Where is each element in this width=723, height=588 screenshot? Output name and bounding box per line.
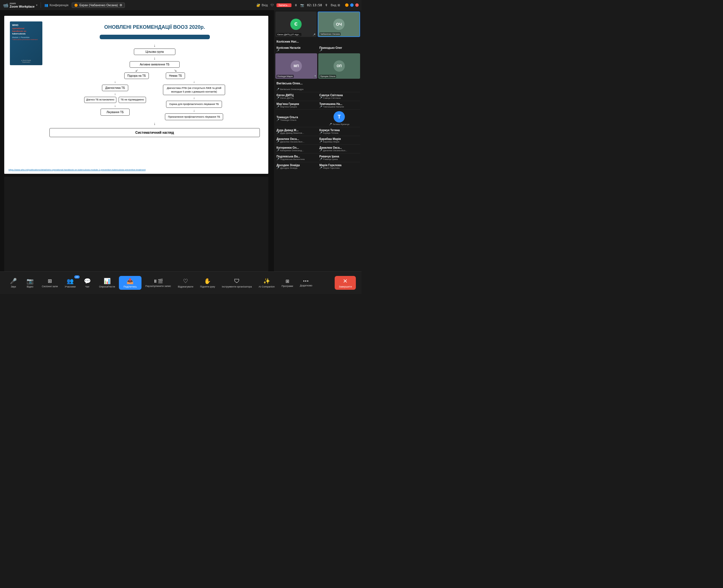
- maryana-name: Мар'яна Грицюк: [277, 102, 316, 106]
- react-icon: ♡: [183, 278, 188, 285]
- share-button[interactable]: 📤 Поділитись: [119, 276, 141, 290]
- ai-companion-icon: ✨: [263, 278, 270, 285]
- view-label[interactable]: Вид ⊞: [331, 3, 340, 7]
- person-prykhodko: Приходько Олег 🎤: [319, 46, 359, 52]
- person-danyluk: Данилюк Окса... 🎤 Данилюк Оксана Вол...: [277, 138, 316, 143]
- bottom-toolbar: 🎤 Звук 📷 Відео ⊞ Сесіонні зали 24 👥 Учас…: [0, 271, 361, 294]
- katerynuk-sub: 🎤 Катеринок Олександ...: [277, 149, 316, 152]
- evgen2-name: Євген ДМТЦ: [277, 94, 316, 97]
- participants-icon: 👥: [67, 278, 74, 285]
- close-button[interactable]: [355, 3, 359, 7]
- organizer-tools-button[interactable]: 🛡 Інструменти організатора: [219, 276, 255, 290]
- participants-button[interactable]: 24 👥 Учасники: [62, 276, 79, 290]
- person-gorelova: Марія Горєлова 🎤 Марія Горєлова: [319, 164, 359, 169]
- person-danyluk2: Данилюк Окса... 🎤 Данилюк Оксана Вол...: [319, 146, 359, 152]
- protsiuk-avatar: ОП: [334, 60, 345, 72]
- prykhodko-mic-icon: 🎤: [319, 49, 322, 52]
- shield-icon-item: 🛡: [270, 3, 274, 7]
- barabash-mic: 🎤: [319, 141, 322, 143]
- end-button[interactable]: ✕ Завершити: [335, 276, 356, 290]
- person-list-1: Колісник Наталія 🎤 Приходько Олег 🎤: [275, 45, 360, 53]
- record-badge[interactable]: Запись...: [277, 3, 292, 7]
- person-row-podlevska-ryvachuk: Подлевська Ва... 🎤 Подлевська Валентина …: [275, 153, 360, 162]
- session-rooms-button[interactable]: ⊞ Сесіонні зали: [39, 276, 61, 290]
- sound-label: Звук: [11, 285, 16, 288]
- book-title-3: tuberculosis: [12, 33, 40, 35]
- korzhuk-mic: 🎤: [319, 132, 322, 134]
- podlevska-sub: 🎤 Подлевська Валентина: [277, 158, 316, 161]
- sound-button[interactable]: 🎤 Звук: [6, 276, 21, 290]
- polls-button[interactable]: 📊 Опроси/тести: [96, 276, 118, 290]
- window-controls: [345, 3, 359, 7]
- drozduk-sub: 🎤 Дроздюк Зінаїда: [277, 167, 316, 169]
- screen-share-settings-icon[interactable]: ⚙: [119, 3, 122, 7]
- react-button[interactable]: ♡ Відреагувати: [175, 276, 196, 290]
- conference-icon: 👥: [44, 3, 48, 7]
- person-evgen2: Євген ДМТЦ 🎤 Євген ДМТЦ: [277, 94, 316, 99]
- tomaschuk-sub: 🎤 Томащук Ольга: [277, 119, 316, 121]
- zoom-dropdown-icon[interactable]: ▾: [36, 4, 37, 6]
- kolisnyk-sub: 🎤: [277, 49, 316, 52]
- active-detection-box: Активне виявлення ТБ: [129, 61, 180, 68]
- conference-tab[interactable]: 👥 Конференція: [44, 3, 68, 7]
- pause-record-button[interactable]: ⏸🎬 Пауза/зупинити запис: [143, 277, 174, 289]
- ai-companion-button[interactable]: ✨ AI Companion: [256, 276, 278, 290]
- kolisnyk-mic-icon: 🎤: [277, 49, 279, 52]
- person-row-maryana-tymchyshyna: Мар'яна Грицюк 🎤 Мар'яна Грицюк Тимчишин…: [275, 101, 360, 110]
- slide-link[interactable]: https://www.who.int/publications/detail/…: [8, 168, 146, 171]
- katerynuk-name: Катеринюк Ол...: [277, 146, 316, 149]
- barabash-name: Барабаш Марія: [319, 138, 359, 141]
- person-savluk: Савлук Світлана 🎤 Савлук Світлана: [319, 94, 359, 99]
- dark-lower-area: [4, 176, 268, 271]
- pause-record-label: Пауза/зупинити запис: [145, 285, 171, 288]
- slide-inner: WHO operational handbook on tuberculosis…: [4, 16, 268, 174]
- section-kolisnyk-label: Колісник Нат...: [277, 40, 299, 43]
- participants-badge: 24: [74, 275, 80, 278]
- raise-hand-button[interactable]: ✋ Підняти руку: [197, 276, 218, 290]
- person-korzhuk: Коржук Тетяна 🎤 Коржук Тетяна: [319, 129, 359, 134]
- barabash-sub: 🎤 Барабаш Марія: [319, 141, 359, 143]
- apps-button[interactable]: ⊞ Програми: [279, 277, 296, 289]
- evgen2-mic: 🎤: [277, 97, 279, 99]
- slide-container: WHO operational handbook on tuberculosis…: [4, 16, 268, 174]
- polischuk-mic-icon: 🎤: [313, 75, 316, 78]
- participants-label: Учасники: [65, 285, 76, 288]
- person-row-drozduk-gorelova: Дроздюк Зінаїда 🎤 Дроздюк Зінаїда Марія …: [275, 162, 360, 171]
- danyluk-name: Данилюк Окса...: [277, 138, 316, 141]
- book-module: Module 1: Prevention: [12, 36, 40, 38]
- section-kolisnyk: Колісник Нат...: [275, 38, 360, 44]
- polischuk-avatar: МП: [290, 60, 302, 72]
- entry-item[interactable]: 🔐 Вхід: [257, 3, 268, 7]
- right-flow-col: ↓ Діагностика ЛТБІ (не стосується ЛЖВ та…: [163, 80, 225, 120]
- person-row-vyhivska: 🎤 Вигівська Олександра: [275, 87, 360, 92]
- end-icon: ✕: [343, 278, 348, 285]
- person-tomaschuk: Томащук Ольга 🎤 Томащук Ольга: [277, 116, 316, 121]
- share-label: Поділитись: [123, 285, 137, 288]
- prykhodko-sub: 🎤: [319, 49, 359, 52]
- target-group-box: Цільова група: [134, 48, 175, 55]
- preventive-treatment-box: Призначення профілактичного лікування ТБ: [165, 113, 223, 121]
- person-kolisnyk: Колісник Наталія 🎤: [277, 46, 316, 52]
- video-tile-protsiuk: ОП Процюк Ольга: [318, 53, 360, 79]
- drozduk-name: Дроздюк Зінаїда: [277, 164, 316, 167]
- organizer-tools-icon: 🛡: [234, 278, 240, 285]
- chat-button[interactable]: 💬 Чат: [80, 276, 95, 290]
- polls-icon: 📊: [104, 278, 111, 285]
- raise-hand-label: Підняти руку: [200, 285, 215, 288]
- zoom-workplace-label: Zoom Workplace: [9, 5, 35, 8]
- more-button[interactable]: ••• Додатково: [297, 277, 315, 289]
- screen-share-badge[interactable]: 🟠 Екран (Чабаненко Оксана) ⚙: [72, 2, 125, 8]
- pause-icon-item[interactable]: ⏸: [294, 3, 297, 7]
- yaremchuk-avatar: T: [334, 111, 345, 123]
- maximize-button[interactable]: [350, 3, 354, 7]
- book-title-2: handbook on: [12, 30, 40, 33]
- who-logo: ⊕ World HealthOrganization: [12, 60, 40, 63]
- savluk-name: Савлук Світлана: [319, 94, 359, 97]
- right-panel: Є Євген ДМТЦ (ІТ-підт... 🎤 ОЧ Чабаненко …: [274, 10, 361, 271]
- tymchyshyna-name: Тимчишина На...: [319, 102, 359, 106]
- polischuk-name: Поліщук Марія: [277, 75, 294, 78]
- duda-mic: 🎤: [277, 132, 279, 134]
- video-button[interactable]: 📷 Відео: [22, 276, 38, 290]
- gorelova-mic: 🎤: [319, 167, 322, 169]
- minimize-button[interactable]: [345, 3, 348, 7]
